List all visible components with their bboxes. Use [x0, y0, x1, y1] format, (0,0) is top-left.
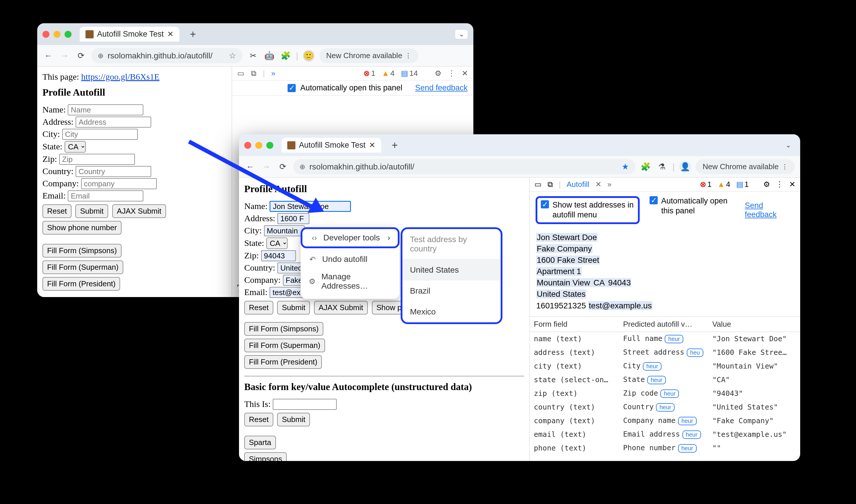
- browser-tab[interactable]: Autofill Smoke Test ✕: [80, 27, 179, 41]
- bookmark-star-icon[interactable]: ☆: [229, 51, 236, 60]
- bookmark-star-icon[interactable]: ★: [622, 162, 629, 172]
- sparta-button[interactable]: Sparta: [244, 436, 276, 449]
- checkbox-icon[interactable]: [541, 200, 549, 209]
- close-tab-icon[interactable]: ✕: [167, 30, 174, 39]
- country-option-br[interactable]: Brazil: [403, 281, 501, 301]
- submit-button[interactable]: Submit: [75, 204, 108, 218]
- close-tab-icon[interactable]: ✕: [595, 180, 602, 189]
- inspect-icon[interactable]: ▭: [237, 69, 245, 78]
- reload-button[interactable]: ⟳: [75, 50, 87, 61]
- browser-tab[interactable]: Autofill Smoke Test ✕: [282, 138, 381, 152]
- avatar-icon[interactable]: 👤: [679, 161, 691, 173]
- country-input[interactable]: [76, 166, 151, 177]
- close-tab-icon[interactable]: ✕: [369, 141, 375, 150]
- company-input[interactable]: [81, 178, 157, 189]
- state-select[interactable]: CA: [65, 141, 86, 152]
- col-form-field[interactable]: Form field: [530, 317, 619, 331]
- more-tabs-icon[interactable]: »: [607, 180, 611, 189]
- labs-icon[interactable]: ⚗: [656, 161, 668, 173]
- message-icon[interactable]: ▤: [736, 180, 744, 189]
- page-link[interactable]: https://goo.gl/B6Xs1E: [81, 72, 159, 82]
- kebab-icon[interactable]: ⋮: [448, 69, 455, 78]
- name-input[interactable]: [68, 104, 143, 115]
- ajax-submit-button[interactable]: AJAX Submit: [112, 204, 166, 218]
- reset-button[interactable]: Reset: [244, 301, 273, 314]
- site-info-icon[interactable]: ⊕: [98, 52, 104, 60]
- tabs-dropdown-icon[interactable]: ⌄: [455, 29, 468, 39]
- inspect-icon[interactable]: ▭: [534, 180, 542, 189]
- address-input[interactable]: [76, 116, 151, 128]
- robot-icon[interactable]: 🤖: [264, 50, 275, 61]
- site-info-icon[interactable]: ⊕: [300, 163, 305, 171]
- tab-autofill[interactable]: Autofill: [567, 180, 589, 189]
- back-button[interactable]: ←: [42, 50, 54, 61]
- fill-simpsons-button[interactable]: Fill Form (Simpsons): [42, 244, 122, 257]
- warning-icon[interactable]: ▲: [382, 69, 389, 78]
- more-tabs-icon[interactable]: »: [271, 69, 275, 78]
- device-toggle-icon[interactable]: ⧉: [251, 69, 256, 78]
- update-chrome-button[interactable]: New Chrome available ⋮: [696, 159, 795, 174]
- extensions-icon[interactable]: 🧩: [640, 161, 652, 173]
- ajax-submit-button[interactable]: AJAX Submit: [314, 301, 368, 314]
- auto-open-option[interactable]: Automatically open this panel: [649, 196, 735, 216]
- url-bar[interactable]: ⊕ rsolomakhin.github.io/autofill/ ☆: [91, 48, 243, 64]
- gear-icon[interactable]: ⚙: [763, 180, 770, 189]
- warning-icon[interactable]: ▲: [717, 180, 725, 189]
- close-devtools-icon[interactable]: ✕: [789, 180, 796, 189]
- country-option-us[interactable]: United States: [403, 259, 501, 281]
- zip-input[interactable]: [261, 250, 296, 261]
- address-input[interactable]: [278, 213, 309, 224]
- new-tab-button[interactable]: +: [185, 28, 201, 40]
- col-predicted[interactable]: Predicted autofill v…: [619, 317, 708, 331]
- maximize-window-icon[interactable]: [266, 142, 273, 149]
- reset-button[interactable]: Reset: [42, 204, 72, 218]
- ctx-developer-tools[interactable]: ‹›Developer tools ›: [301, 227, 399, 248]
- fill-superman-button[interactable]: Fill Form (Superman): [42, 260, 123, 274]
- email-input[interactable]: [68, 191, 143, 201]
- checkbox-icon[interactable]: [649, 196, 658, 204]
- avatar-icon[interactable]: 🙂: [303, 50, 315, 61]
- device-toggle-icon[interactable]: ⧉: [548, 180, 553, 189]
- error-icon[interactable]: ⊗: [363, 69, 370, 78]
- thisis-input[interactable]: [273, 399, 337, 410]
- close-window-icon[interactable]: [244, 142, 251, 149]
- close-window-icon[interactable]: [42, 31, 50, 38]
- maximize-window-icon[interactable]: [65, 31, 72, 38]
- state-select[interactable]: CA: [266, 237, 288, 249]
- country-option-mx[interactable]: Mexico: [403, 301, 501, 322]
- col-value[interactable]: Value: [708, 317, 800, 331]
- update-chrome-button[interactable]: New Chrome available ⋮: [319, 48, 419, 63]
- city-input[interactable]: [264, 225, 305, 236]
- new-tab-button[interactable]: +: [387, 139, 403, 151]
- warning-count: 4: [726, 180, 730, 189]
- send-feedback-link[interactable]: Send feedback: [415, 84, 467, 92]
- kebab-icon[interactable]: ⋮: [776, 180, 783, 189]
- minimize-window-icon[interactable]: [54, 31, 60, 38]
- city-input[interactable]: [62, 129, 138, 140]
- reset2-button[interactable]: Reset: [244, 413, 273, 426]
- message-icon[interactable]: ▤: [401, 69, 408, 78]
- minimize-window-icon[interactable]: [255, 142, 262, 149]
- gear-icon[interactable]: ⚙: [435, 69, 441, 78]
- submit-button[interactable]: Submit: [277, 301, 310, 314]
- zip-input[interactable]: [59, 154, 135, 165]
- show-test-addresses-option[interactable]: Show test addresses in autofill menu: [536, 196, 640, 224]
- fill-president-button[interactable]: Fill Form (President): [244, 355, 322, 369]
- cut-icon[interactable]: ✂: [247, 50, 259, 61]
- close-devtools-icon[interactable]: ✕: [462, 69, 468, 78]
- ctx-manage-addresses[interactable]: ⚙ Manage Addresses…: [301, 268, 399, 295]
- extensions-icon[interactable]: 🧩: [280, 50, 291, 61]
- error-icon[interactable]: ⊗: [700, 180, 706, 189]
- tabs-dropdown-icon[interactable]: ⌄: [782, 140, 795, 150]
- ctx-undo-autofill[interactable]: ↶ Undo autofill: [301, 251, 399, 268]
- auto-open-checkbox[interactable]: [288, 84, 296, 92]
- url-bar[interactable]: ⊕ rsolomakhin.github.io/autofill/ ★: [293, 159, 635, 174]
- fill-president-button[interactable]: Fill Form (President): [42, 277, 120, 291]
- send-feedback-link[interactable]: Send feedback: [745, 201, 795, 219]
- submit2-button[interactable]: Submit: [277, 413, 310, 426]
- reload-button[interactable]: ⟳: [277, 161, 288, 173]
- show-phone-button[interactable]: Show phone number: [42, 221, 122, 235]
- fill-superman-button[interactable]: Fill Form (Superman): [244, 339, 325, 352]
- fill-simpsons-button[interactable]: Fill Form (Simpsons): [244, 322, 323, 336]
- simpsons-button[interactable]: Simpsons: [244, 452, 287, 461]
